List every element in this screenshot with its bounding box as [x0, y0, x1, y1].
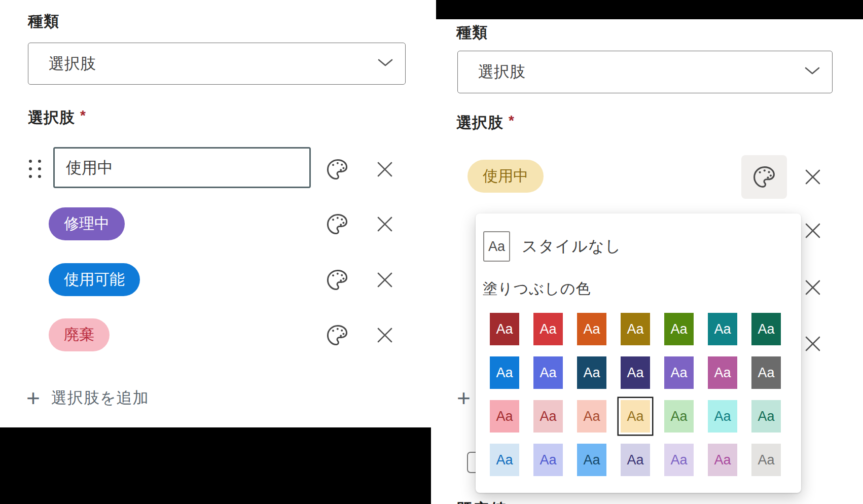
choice-delete-button[interactable]	[803, 278, 822, 297]
fill-color-swatch[interactable]: Aa	[621, 313, 650, 345]
fill-color-swatch[interactable]: Aa	[490, 400, 519, 433]
fill-color-swatch[interactable]: Aa	[751, 444, 781, 476]
choice-edit-value: 使用中	[66, 157, 113, 178]
fill-color-swatch[interactable]: Aa	[621, 356, 650, 389]
no-style-option-label[interactable]: スタイルなし	[522, 231, 621, 262]
chevron-down-icon	[805, 67, 820, 77]
fill-color-swatch[interactable]: Aa	[664, 400, 694, 433]
fill-color-swatch[interactable]: Aa	[664, 444, 694, 476]
right-type-dropdown-value: 選択肢	[478, 61, 525, 83]
left-type-label: 種類	[28, 11, 59, 32]
fill-color-swatch[interactable]: Aa	[664, 356, 694, 389]
left-choices-label-row: 選択肢*	[28, 107, 86, 128]
bottom-left-black-bar	[0, 427, 431, 504]
fill-color-swatch[interactable]: Aa	[708, 444, 737, 476]
fill-color-swatch[interactable]: Aa	[708, 356, 737, 389]
fill-color-swatch[interactable]: Aa	[533, 444, 563, 476]
add-choice-label: 選択肢を追加	[51, 387, 149, 409]
fill-color-swatch[interactable]: Aa	[577, 313, 606, 345]
fill-color-swatch[interactable]: Aa	[751, 313, 781, 345]
choice-color-button[interactable]	[324, 211, 350, 237]
fill-color-swatch[interactable]: Aa	[621, 444, 650, 476]
add-choice-button[interactable]: + 選択肢を追加	[26, 386, 149, 410]
fill-color-section-label: 塗りつぶしの色	[483, 279, 591, 299]
top-right-black-bar	[436, 0, 863, 19]
bottom-section-label-clipped: 既定値	[457, 499, 548, 504]
choice-delete-button[interactable]	[803, 167, 822, 187]
fill-color-swatch[interactable]: Aa	[490, 444, 519, 476]
choice-pill[interactable]: 使用中	[468, 160, 544, 193]
fill-color-swatch[interactable]: Aa	[490, 356, 519, 389]
right-type-label: 種類	[456, 22, 488, 43]
fill-color-swatch[interactable]: Aa	[490, 313, 519, 345]
fill-color-swatch[interactable]: Aa	[751, 400, 781, 433]
fill-color-swatch[interactable]: Aa	[708, 313, 737, 345]
choice-delete-button[interactable]	[375, 326, 394, 345]
choice-delete-button[interactable]	[375, 270, 394, 290]
choice-color-button-active[interactable]	[741, 155, 787, 199]
fill-color-swatch[interactable]: Aa	[751, 356, 781, 389]
left-choices-label: 選択肢	[28, 109, 75, 126]
fill-color-swatch[interactable]: Aa	[533, 400, 563, 433]
choice-color-button[interactable]	[324, 267, 350, 293]
required-asterisk: *	[509, 113, 514, 128]
fill-color-swatch[interactable]: Aa	[577, 400, 606, 433]
choice-color-button[interactable]	[324, 322, 350, 348]
no-style-option-swatch[interactable]: Aa	[483, 231, 510, 262]
fill-color-swatch[interactable]: Aa	[621, 400, 650, 433]
fill-color-swatch[interactable]: Aa	[708, 400, 737, 433]
fill-color-swatch[interactable]: Aa	[664, 313, 694, 345]
plus-icon-partial[interactable]: +	[457, 384, 471, 412]
right-choices-label-row: 選択肢*	[456, 113, 514, 133]
plus-icon: +	[26, 386, 40, 410]
fill-color-swatch[interactable]: Aa	[577, 356, 606, 389]
left-type-dropdown-value: 選択肢	[49, 53, 96, 75]
right-choices-label: 選択肢	[456, 114, 504, 131]
choice-edit-input[interactable]: 使用中	[53, 147, 311, 188]
drag-handle[interactable]	[29, 160, 41, 178]
fill-color-swatch[interactable]: Aa	[533, 313, 563, 345]
fill-color-swatch[interactable]: Aa	[577, 444, 606, 476]
left-type-dropdown[interactable]: 選択肢	[28, 43, 406, 85]
choice-color-button[interactable]	[324, 156, 350, 183]
chevron-down-icon	[378, 59, 393, 69]
choice-delete-button[interactable]	[803, 334, 822, 353]
fill-color-swatch[interactable]: Aa	[533, 356, 563, 389]
choice-delete-button[interactable]	[375, 214, 394, 234]
choice-pill[interactable]: 廃棄	[49, 318, 110, 351]
fill-color-swatch-grid: AaAaAaAaAaAaAaAaAaAaAaAaAaAaAaAaAaAaAaAa…	[490, 313, 781, 476]
color-picker-popup: Aa スタイルなし 塗りつぶしの色 AaAaAaAaAaAaAaAaAaAaAa…	[476, 213, 801, 493]
right-type-dropdown[interactable]: 選択肢	[457, 51, 833, 93]
choice-delete-button[interactable]	[375, 160, 394, 179]
choice-delete-button[interactable]	[803, 221, 822, 240]
choice-pill[interactable]: 使用可能	[49, 263, 140, 296]
required-asterisk: *	[80, 107, 86, 123]
choice-pill[interactable]: 修理中	[49, 207, 125, 240]
